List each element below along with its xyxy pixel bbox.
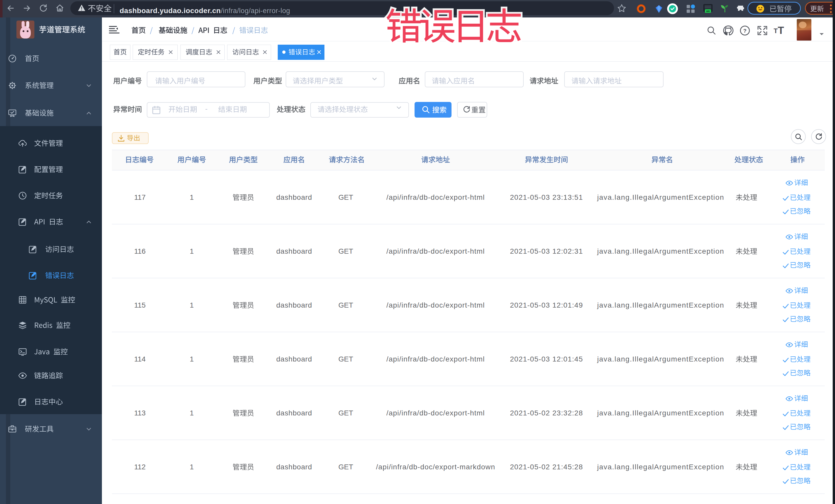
svg-text:?: ? bbox=[744, 28, 747, 34]
svg-text:on: on bbox=[706, 9, 710, 13]
